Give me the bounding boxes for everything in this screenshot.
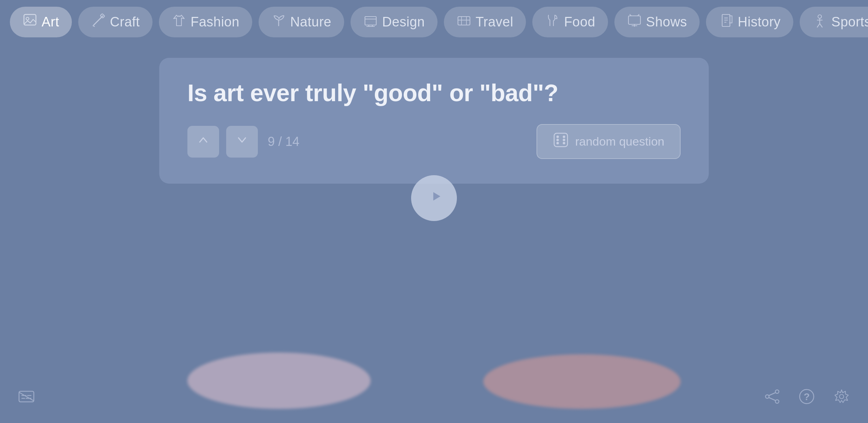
svg-point-36 bbox=[775, 390, 779, 393]
svg-point-26 bbox=[563, 142, 565, 145]
svg-point-25 bbox=[556, 142, 559, 145]
svg-point-1 bbox=[26, 17, 29, 20]
design-icon bbox=[363, 13, 378, 31]
nav-label-design: Design bbox=[382, 14, 425, 30]
random-question-button[interactable]: random question bbox=[537, 124, 681, 159]
down-arrow-icon bbox=[236, 134, 248, 149]
nav-label-shows: Shows bbox=[646, 14, 687, 30]
svg-rect-22 bbox=[554, 133, 568, 147]
help-button[interactable]: ? bbox=[798, 388, 815, 409]
up-arrow-icon bbox=[197, 134, 210, 149]
svg-line-39 bbox=[769, 393, 775, 396]
svg-rect-0 bbox=[24, 14, 36, 25]
fashion-icon bbox=[172, 13, 186, 31]
nav-label-history: History bbox=[738, 14, 781, 30]
settings-button[interactable] bbox=[833, 388, 850, 409]
nav-item-craft[interactable]: Craft bbox=[78, 7, 153, 37]
svg-point-27 bbox=[556, 139, 559, 141]
nav-item-nature[interactable]: Nature bbox=[259, 7, 344, 37]
travel-icon bbox=[457, 13, 471, 31]
svg-line-4 bbox=[93, 26, 94, 26]
svg-point-28 bbox=[563, 139, 565, 141]
svg-rect-5 bbox=[365, 17, 376, 25]
nav-item-food[interactable]: Food bbox=[532, 7, 608, 37]
art-icon bbox=[23, 13, 37, 31]
svg-point-38 bbox=[775, 400, 779, 403]
svg-point-23 bbox=[556, 136, 559, 138]
sports-icon bbox=[812, 13, 827, 31]
nav-item-sports[interactable]: Sports bbox=[800, 7, 868, 37]
nav-item-travel[interactable]: Travel bbox=[444, 7, 526, 37]
play-icon bbox=[427, 188, 444, 208]
svg-line-40 bbox=[769, 398, 775, 400]
random-question-label: random question bbox=[575, 135, 664, 148]
prev-question-button[interactable] bbox=[187, 126, 219, 158]
svg-line-35 bbox=[20, 393, 33, 400]
nav-label-food: Food bbox=[564, 14, 595, 30]
nature-icon bbox=[271, 13, 286, 31]
captions-button[interactable] bbox=[18, 388, 35, 409]
nav-label-travel: Travel bbox=[476, 14, 513, 30]
question-controls: 9 / 14 random question bbox=[187, 124, 681, 159]
play-button-container bbox=[411, 175, 457, 221]
svg-rect-14 bbox=[628, 16, 640, 24]
svg-point-37 bbox=[765, 395, 769, 398]
food-icon bbox=[545, 13, 560, 31]
dice-icon bbox=[553, 132, 569, 151]
svg-point-21 bbox=[818, 15, 822, 18]
main-content: Is art ever truly "good" or "bad"? bbox=[0, 44, 868, 221]
svg-rect-10 bbox=[458, 17, 470, 25]
nav-item-shows[interactable]: Shows bbox=[614, 7, 700, 37]
nav-item-history[interactable]: History bbox=[706, 7, 793, 37]
svg-marker-29 bbox=[433, 192, 440, 201]
nav-label-sports: Sports bbox=[831, 14, 868, 30]
question-text: Is art ever truly "good" or "bad"? bbox=[187, 79, 681, 106]
history-icon bbox=[719, 13, 733, 31]
share-button[interactable] bbox=[764, 388, 781, 409]
bottom-right-icons: ? bbox=[764, 388, 850, 409]
nav-label-craft: Craft bbox=[110, 14, 140, 30]
bottom-bar: ? bbox=[0, 388, 868, 409]
nav-item-fashion[interactable]: Fashion bbox=[159, 7, 252, 37]
next-question-button[interactable] bbox=[226, 126, 258, 158]
nav-item-design[interactable]: Design bbox=[351, 7, 438, 37]
svg-text:?: ? bbox=[804, 391, 810, 402]
nav-label-fashion: Fashion bbox=[191, 14, 240, 30]
craft-icon bbox=[91, 13, 106, 31]
svg-point-24 bbox=[563, 136, 565, 138]
nav-bar: Art Craft Fashion Nature bbox=[0, 0, 868, 44]
shows-icon bbox=[627, 13, 642, 31]
nav-label-nature: Nature bbox=[290, 14, 331, 30]
question-counter: 9 / 14 bbox=[268, 134, 299, 149]
svg-point-43 bbox=[839, 394, 844, 399]
play-button[interactable] bbox=[411, 175, 457, 221]
question-card: Is art ever truly "good" or "bad"? bbox=[159, 58, 709, 184]
nav-label-art: Art bbox=[42, 14, 59, 30]
nav-item-art[interactable]: Art bbox=[10, 7, 72, 37]
